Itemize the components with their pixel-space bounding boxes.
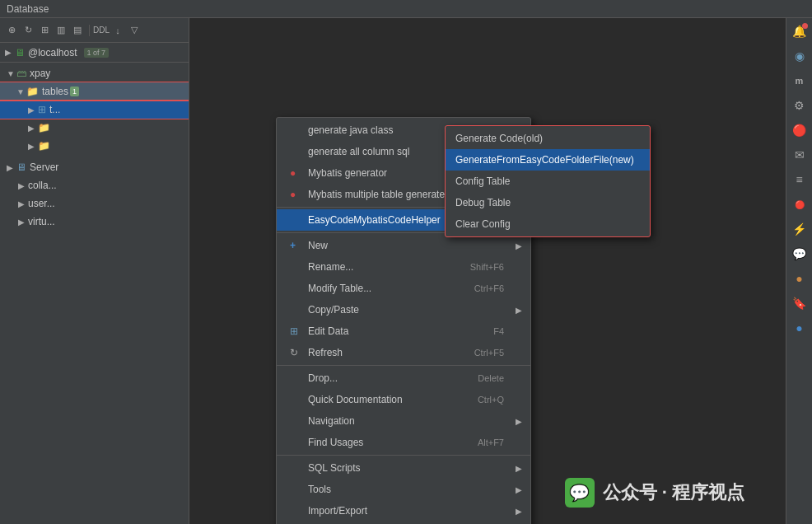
menu-rename[interactable]: Rename... Shift+F6	[277, 256, 530, 278]
menu-import-export[interactable]: Import/Export	[277, 500, 530, 522]
submenu-clear-config[interactable]: Clear Config	[446, 213, 650, 235]
drop-shortcut: Delete	[478, 373, 517, 383]
tree-item-server[interactable]: ▶ 🖥 Server	[0, 158, 189, 176]
modify-label: Modify Table...	[308, 283, 371, 294]
tree-item-folder2[interactable]: ▶ 📁	[0, 137, 189, 155]
lightning-icon[interactable]: ⚡	[790, 219, 810, 239]
submenu-debug-table[interactable]: Debug Table	[446, 192, 650, 213]
find-label: Find Usages	[308, 437, 363, 448]
sep-3	[277, 365, 530, 366]
submenu-gen-old[interactable]: Generate Code(old)	[446, 128, 650, 149]
tree-area: ▼ 🗃 xpay ▼ 📁 tables 1 ▶ ⊞ t... ▶ 📁	[0, 63, 189, 524]
right-sidebar: 🔔 ◉ m ⚙ 🔴 ✉ ≡ 🔴 ⚡ 💬 ● 🔖 ●	[786, 18, 812, 524]
xpay-arrow: ▼	[7, 69, 16, 78]
menu-edit-data[interactable]: ⊞ Edit Data F4	[277, 320, 530, 342]
refresh-label: Refresh	[308, 347, 343, 358]
structure-icon[interactable]: ⚙	[790, 96, 810, 115]
menu-quick-doc[interactable]: Quick Documentation Ctrl+Q	[277, 389, 530, 410]
sort-icon[interactable]: ↓	[111, 24, 124, 37]
clear-config-label: Clear Config	[455, 218, 511, 230]
schema-icon[interactable]: ⊞	[38, 24, 51, 37]
menu-refresh[interactable]: ↻ Refresh Ctrl+F5	[277, 342, 530, 363]
host-label: @localhost	[28, 47, 77, 58]
tables-count: 1	[70, 87, 79, 96]
filter-icon[interactable]: ▽	[128, 24, 141, 37]
terminal-icon[interactable]: ≡	[790, 170, 810, 189]
user-label: user...	[28, 198, 55, 209]
gen-java-label: generate java class	[308, 124, 393, 136]
drop-label: Drop...	[308, 372, 338, 384]
tools-label: Tools	[308, 484, 331, 495]
host-icon: 🖥	[15, 47, 25, 58]
bookmark-icon[interactable]: 🔖	[790, 293, 810, 313]
refresh-menu-icon: ↻	[290, 347, 305, 358]
tree-item-xpay[interactable]: ▼ 🗃 xpay	[0, 64, 189, 82]
edit-data-icon: ⊞	[290, 325, 305, 337]
menu-new[interactable]: + New	[277, 235, 530, 256]
f2-icon: 📁	[38, 140, 50, 152]
user-arrow: ▶	[18, 199, 28, 208]
submenu-gen-new[interactable]: GenerateFromEasyCodeFolderFile(new)	[446, 149, 650, 171]
t-arrow: ▶	[28, 105, 38, 115]
host-row[interactable]: ▶ 🖥 @localhost 1 of 7	[0, 43, 189, 63]
host-arrow: ▶	[5, 48, 12, 57]
view1-icon[interactable]: ▥	[54, 24, 68, 37]
refresh-shortcut: Ctrl+F5	[474, 348, 517, 358]
database-panel-icon[interactable]: ◉	[790, 46, 810, 66]
nav-label: Navigation	[308, 415, 355, 427]
xpay-db-icon: 🗃	[16, 68, 26, 79]
menu-modify-table[interactable]: Modify Table... Ctrl+F6	[277, 278, 530, 299]
watermark: 💬 公众号 · 程序视点	[565, 478, 744, 508]
virtu-label: virtu...	[28, 216, 55, 227]
mybatis-gen-label: Mybatis generator	[308, 167, 387, 179]
new-plus-icon: +	[290, 240, 305, 251]
tree-item-user[interactable]: ▶ user...	[0, 194, 189, 213]
server-arrow: ▶	[7, 163, 16, 172]
virtu-arrow: ▶	[18, 218, 28, 227]
menu-drop[interactable]: Drop... Delete	[277, 367, 530, 389]
quick-doc-label: Quick Documentation	[308, 394, 403, 405]
red2-icon[interactable]: 🔴	[790, 194, 810, 214]
chat-icon[interactable]: 💬	[790, 244, 810, 264]
notification-dot	[802, 23, 808, 29]
add-datasource-icon[interactable]: ⊕	[5, 24, 18, 37]
menu-find-usages[interactable]: Find Usages Alt+F7	[277, 432, 530, 453]
blue-dot-icon[interactable]: ●	[790, 318, 810, 338]
tree-item-folder1[interactable]: ▶ 📁	[0, 119, 189, 137]
tree-item-table-t[interactable]: ▶ ⊞ t...	[0, 101, 189, 119]
orange-dot-icon[interactable]: ●	[790, 269, 810, 288]
mail-icon[interactable]: ✉	[790, 145, 810, 165]
mybatis-multi-label: Mybatis multiple table generate	[308, 189, 445, 200]
gen-old-label: Generate Code(old)	[455, 133, 543, 144]
rename-label: Rename...	[308, 261, 353, 273]
server-label: Server	[30, 161, 58, 173]
mybatis-gen-icon: ●	[290, 167, 305, 179]
tree-item-virtu[interactable]: ▶ virtu...	[0, 213, 189, 231]
menu-navigation[interactable]: Navigation	[277, 410, 530, 432]
content-area: generate java class generate all column …	[189, 18, 786, 524]
submenu-config-table[interactable]: Config Table	[446, 171, 650, 192]
f1-icon: 📁	[38, 122, 50, 133]
menu-copy-paste[interactable]: Copy/Paste	[277, 299, 530, 320]
view2-icon[interactable]: ▤	[71, 24, 84, 37]
red-plugin-icon[interactable]: 🔴	[790, 120, 810, 140]
ddl-label[interactable]: DDL	[95, 24, 108, 37]
config-table-label: Config Table	[455, 175, 511, 187]
tables-folder-icon: 📁	[26, 86, 39, 97]
quick-doc-shortcut: Ctrl+Q	[478, 395, 517, 405]
db-toolbar: ⊕ ↻ ⊞ ▥ ▤ DDL ↓ ▽	[0, 18, 189, 43]
xpay-label: xpay	[30, 68, 50, 79]
tree-item-colla[interactable]: ▶ colla...	[0, 176, 189, 194]
modify-shortcut: Ctrl+F6	[474, 283, 517, 293]
menu-tools[interactable]: Tools	[277, 479, 530, 500]
new-label: New	[308, 240, 328, 251]
menu-sql-scripts[interactable]: SQL Scripts	[277, 457, 530, 479]
maven-icon[interactable]: m	[790, 71, 810, 91]
server-icon: 🖥	[16, 161, 26, 173]
tree-item-tables[interactable]: ▼ 📁 tables 1	[0, 82, 189, 101]
edit-data-shortcut: F4	[493, 326, 517, 336]
f1-arrow: ▶	[28, 124, 38, 133]
wechat-icon: 💬	[565, 478, 595, 508]
easycode-label: EasyCodeMybatisCodeHelper	[308, 214, 441, 226]
refresh-icon[interactable]: ↻	[21, 24, 35, 37]
